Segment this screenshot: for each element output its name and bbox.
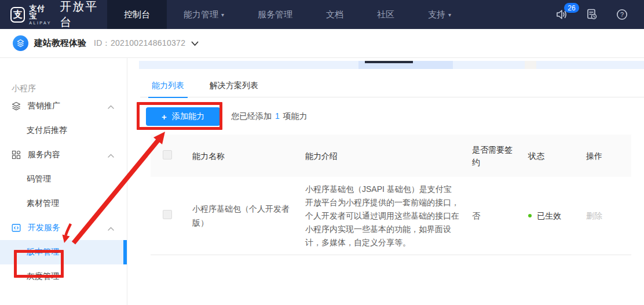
notification-badge[interactable]: 26 <box>564 3 579 13</box>
row-checkbox[interactable] <box>163 210 172 219</box>
brand-cn: 支付宝 <box>29 5 52 20</box>
capability-count-summary: 您已经添加 1 项能力 <box>231 111 308 122</box>
platform-title: 开放平台 <box>60 0 107 30</box>
svg-text:?: ? <box>620 11 624 18</box>
sidebar-item-post-payment-recommend[interactable]: 支付后推荐 <box>0 118 127 143</box>
delete-link[interactable]: 删除 <box>586 211 602 220</box>
col-header-action: 操作 <box>586 150 631 162</box>
summary-prefix: 您已经添加 <box>231 111 274 121</box>
sidebar-group-label: 服务内容 <box>28 150 60 160</box>
grid-icon <box>12 150 21 159</box>
sidebar-item-code-management[interactable]: 码管理 <box>0 167 127 191</box>
sidebar-group-label: 开发服务 <box>28 223 60 233</box>
col-header-name: 能力名称 <box>192 150 305 162</box>
table-header-row: 能力名称 能力介绍 是否需要签约 状态 操作 <box>151 135 631 177</box>
sidebar-item-label: 支付后推荐 <box>27 125 67 136</box>
alipay-logo[interactable]: 支 支付宝 ALIPAY 开放平台 <box>0 0 107 29</box>
nav-item-label: 服务管理 <box>258 9 292 20</box>
sidebar-section-miniprogram: 小程序 <box>0 82 127 94</box>
col-header-description: 能力介绍 <box>305 150 472 162</box>
need-sign-value: 否 <box>472 209 528 223</box>
status-badge: 已生效 <box>537 209 561 223</box>
annotation-box-version-management <box>14 250 64 278</box>
status-cell: 已生效 <box>528 209 586 223</box>
alipay-logo-icon: 支 <box>10 7 25 23</box>
nav-item-service[interactable]: 服务管理 <box>241 0 309 29</box>
capability-description: 小程序基础包（JSAPI 基础包）是支付宝开放平台为小程序提供的一套前端的接口，… <box>305 183 459 249</box>
announcement-speaker-icon[interactable]: 26 <box>555 8 569 21</box>
app-name: 建站教程体验 <box>34 38 86 49</box>
summary-suffix: 项能力 <box>281 111 308 121</box>
col-header-status: 状态 <box>528 150 586 162</box>
nav-item-label: 控制台 <box>124 9 150 20</box>
annotation-box-add-capability <box>137 102 222 130</box>
tab-label: 能力列表 <box>152 81 184 91</box>
caret-down-icon: ▾ <box>448 12 451 18</box>
page: 支 支付宝 ALIPAY 开放平台 控制台 能力管理▾ 服务管理 文档 社区 支… <box>0 0 644 305</box>
help-icon[interactable]: ? <box>615 8 629 21</box>
sidebar-group-service-content[interactable]: 服务内容 <box>0 143 127 167</box>
nav-item-community[interactable]: 社区 <box>360 0 411 29</box>
sidebar-item-label: 码管理 <box>27 174 51 184</box>
main-content: 能力列表 解决方案列表 + 添加能力 您已经添加 1 项能力 能力名称 能力介绍… <box>127 58 644 305</box>
nav-right-icons: 26 ? <box>555 0 629 29</box>
nav-item-label: 支持 <box>428 9 445 20</box>
scrolled-banner-gap <box>525 61 536 69</box>
status-green-dot-icon <box>528 214 532 217</box>
app-id: ID：2021002148610372 <box>94 38 185 49</box>
nav-item-console[interactable]: 控制台 <box>107 0 167 29</box>
alipay-logo-text: 支付宝 ALIPAY <box>29 5 52 25</box>
sidebar-item-label: 素材管理 <box>27 198 59 209</box>
table-row: 小程序基础包（个人开发者版） 小程序基础包（JSAPI 基础包）是支付宝开放平台… <box>151 177 631 255</box>
capability-name: 小程序基础包（个人开发者版） <box>192 202 291 230</box>
sidebar-group-label: 营销推广 <box>28 101 60 111</box>
tab-solution-list[interactable]: 解决方案列表 <box>208 74 259 97</box>
brand-en: ALIPAY <box>29 21 52 25</box>
nav-item-capability[interactable]: 能力管理▾ <box>167 0 241 29</box>
col-header-need-sign: 是否需要签约 <box>472 143 528 169</box>
chevron-up-icon <box>108 101 114 111</box>
nav-item-label: 文档 <box>326 9 343 20</box>
nav-item-support[interactable]: 支持▾ <box>411 0 468 29</box>
chevron-up-icon <box>108 150 114 159</box>
code-window-icon <box>12 223 21 233</box>
select-all-checkbox[interactable] <box>163 150 172 159</box>
nav-menu: 控制台 能力管理▾ 服务管理 文档 社区 支持▾ <box>107 0 468 29</box>
tab-label: 解决方案列表 <box>210 81 258 91</box>
capability-table: 能力名称 能力介绍 是否需要签约 状态 操作 小程序基础包（个人开发者版） 小程… <box>151 135 631 255</box>
sidebar-group-marketing[interactable]: 营销推广 <box>0 94 127 118</box>
work-order-history-icon[interactable] <box>585 8 599 21</box>
chevron-up-icon <box>108 223 114 233</box>
summary-count: 1 <box>274 111 281 121</box>
app-header-bar: 建站教程体验 ID：2021002148610372 <box>0 29 644 58</box>
nav-item-label: 社区 <box>377 9 394 20</box>
nav-item-docs[interactable]: 文档 <box>309 0 360 29</box>
top-navbar: 支 支付宝 ALIPAY 开放平台 控制台 能力管理▾ 服务管理 文档 社区 支… <box>0 0 644 29</box>
app-switcher-chevron-down-icon[interactable] <box>191 38 199 49</box>
tab-capability-list[interactable]: 能力列表 <box>151 74 185 97</box>
mini-app-avatar-icon <box>13 35 28 51</box>
sidebar-group-dev-service[interactable]: 开发服务 <box>0 216 127 240</box>
caret-down-icon: ▾ <box>221 12 224 18</box>
nav-item-label: 能力管理 <box>184 9 218 20</box>
scrolled-banner-dark-bar <box>365 61 413 63</box>
sidebar-item-material-management[interactable]: 素材管理 <box>0 191 127 216</box>
content-tabs: 能力列表 解决方案列表 <box>140 74 644 97</box>
layers-icon <box>12 101 21 111</box>
